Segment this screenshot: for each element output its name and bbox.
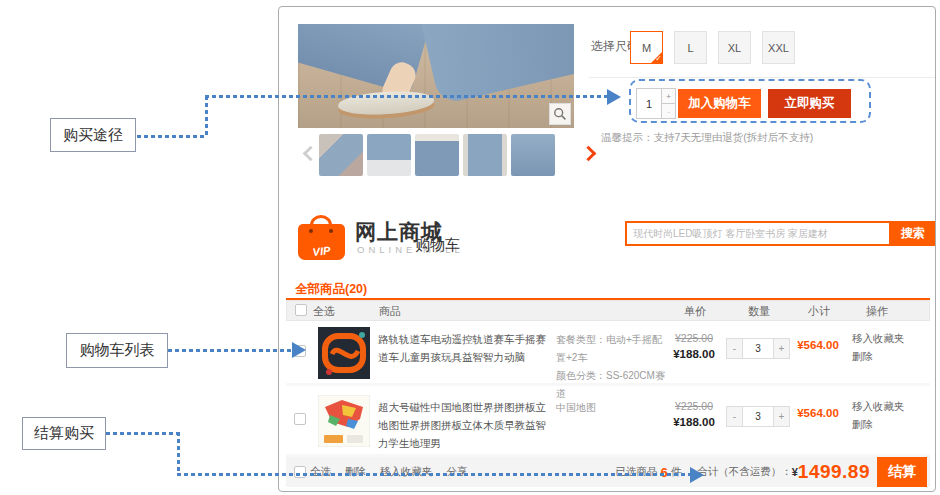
move-to-favorites-link[interactable]: 移入收藏夹 (852, 400, 905, 414)
move-to-favorites-link[interactable]: 移入收藏夹 (852, 332, 905, 346)
purchase-path-line (205, 96, 208, 138)
size-option-l[interactable]: L (674, 31, 707, 64)
gallery-thumbnail-3[interactable] (415, 134, 459, 176)
callout-cart-list: 购物车列表 (66, 333, 168, 368)
magnifier-icon[interactable] (549, 103, 571, 125)
footer-share-link[interactable]: 分享 (447, 465, 468, 479)
product-title: 路轨轨道车电动遥控轨道赛车手摇赛道车儿童男孩玩具益智智力动脑 (378, 331, 554, 367)
cart-row-2: 超大号磁性中国地图世界拼图拼板立地图世界拼图拼板立体木质早教益智力学生地理男 中… (286, 389, 930, 457)
callout-checkout: 结算购买 (22, 417, 106, 450)
product-specs: 中国地图 (556, 399, 668, 417)
footer-move-to-favorites-link[interactable]: 移入收藏夹 (380, 465, 433, 479)
header-quantity: 数量 (727, 304, 791, 319)
photo-denim-shape (418, 24, 574, 105)
page-title: 购物车 (415, 236, 460, 255)
quantity-decrease-button[interactable]: - (726, 338, 743, 359)
delete-link[interactable]: 删除 (852, 350, 873, 364)
callout-purchase-path-label: 购买途径 (63, 126, 123, 145)
header-subtotal: 小计 (785, 304, 853, 319)
quantity-value[interactable]: 3 (743, 338, 773, 359)
quantity-stepper: 1 + - (636, 88, 676, 119)
original-price: ¥225.00 (660, 400, 728, 412)
checkout-line (177, 432, 180, 476)
quantity-decrease-button[interactable]: - (662, 104, 676, 119)
header-actions: 操作 (845, 304, 909, 319)
quantity-increase-button[interactable]: + (662, 88, 676, 104)
callout-cart-list-label: 购物车列表 (80, 341, 155, 360)
checkout-line (177, 473, 690, 476)
product-image-china-map[interactable] (318, 395, 370, 447)
footer-select-all-link[interactable]: 全选 (310, 465, 331, 479)
product-main-photo[interactable] (298, 24, 574, 128)
callout-checkout-label: 结算购买 (34, 424, 94, 443)
product-image-race-track[interactable] (318, 327, 370, 379)
checkout-line (106, 432, 180, 435)
main-panel: 选择尺码: M ✓ L XL XXL 1 + - 加入购 (278, 6, 936, 492)
return-policy-tip: 温馨提示：支持7天无理由退货(拆封后不支持) (601, 131, 813, 145)
cart-list-arrowhead-icon (292, 342, 306, 358)
gallery-thumbnail-5[interactable] (511, 134, 555, 176)
size-options: M ✓ L XL XXL (630, 31, 795, 64)
add-to-cart-button[interactable]: 加入购物车 (678, 89, 761, 118)
selected-count-unit: 件 (671, 465, 682, 479)
footer-delete-link[interactable]: 删除 (345, 465, 366, 479)
size-option-xl[interactable]: XL (718, 31, 751, 64)
selected-count-prefix: 已选商品 (615, 465, 657, 479)
gallery-thumbnail-1[interactable] (319, 134, 363, 176)
checkout-button[interactable]: 结算 (877, 457, 927, 487)
search-button[interactable]: 搜索 (891, 221, 935, 246)
purchase-path-arrowhead-icon (607, 89, 621, 105)
buy-now-button[interactable]: 立即购买 (768, 89, 851, 118)
gallery-thumbnail-2[interactable] (367, 134, 411, 176)
header-select-all: 全选 (313, 304, 335, 319)
total-amount: 1499.89 (798, 461, 870, 483)
purchase-path-line (137, 135, 207, 138)
row-quantity-stepper: - 3 + (726, 338, 790, 359)
vip-bag-logo-icon: VIP (298, 215, 345, 260)
current-price: ¥188.00 (660, 416, 728, 428)
row-quantity-stepper: - 3 + (726, 406, 790, 427)
total-label: 合计（不含运费）： (697, 465, 792, 479)
delete-link[interactable]: 删除 (852, 418, 873, 432)
current-price: ¥188.00 (660, 348, 728, 360)
select-all-checkbox[interactable] (295, 304, 307, 316)
divider (589, 77, 935, 78)
quantity-decrease-button[interactable]: - (726, 406, 743, 427)
header-unit-price: 单价 (661, 304, 729, 319)
gallery-thumbnail-4[interactable] (463, 134, 507, 176)
quantity-value[interactable]: 3 (743, 406, 773, 427)
row-subtotal: ¥564.00 (784, 339, 852, 351)
row-checkbox[interactable] (294, 413, 306, 425)
footer-summary: 已选商品 6 件 合计（不含运费）： ¥ 1499.89 (615, 457, 870, 487)
footer-select-all-checkbox[interactable] (294, 466, 306, 478)
cart-row-1: 路轨轨道车电动遥控轨道赛车手摇赛道车儿童男孩玩具益智智力动脑 套餐类型：电动+手… (286, 321, 930, 386)
photo-slipper-shape (337, 89, 434, 118)
search-input[interactable] (625, 221, 891, 246)
checkout-arrowhead-icon (690, 467, 704, 483)
vip-logo-text: VIP (298, 243, 346, 260)
selected-count: 6 (660, 465, 667, 480)
size-option-xxl[interactable]: XXL (762, 31, 795, 64)
gallery-prev-icon[interactable] (303, 146, 319, 162)
size-option-m[interactable]: M ✓ (630, 31, 663, 64)
tab-all-products[interactable]: 全部商品(20) (295, 281, 367, 298)
original-price: ¥225.00 (660, 332, 728, 344)
selected-check-icon: ✓ (650, 51, 663, 64)
row-subtotal: ¥564.00 (784, 407, 852, 419)
quantity-value[interactable]: 1 (636, 88, 662, 119)
cart-list-line (168, 349, 292, 352)
cart-table-header: 全选 商品 单价 数量 小计 操作 (286, 300, 930, 321)
cart-footer-bar: 全选 删除 移入收藏夹 分享 已选商品 6 件 合计（不含运费）： ¥ 1499… (286, 457, 930, 487)
footer-links: 全选 删除 移入收藏夹 分享 (310, 457, 468, 487)
header-product: 商品 (379, 304, 401, 319)
gallery-next-icon[interactable] (581, 146, 597, 162)
callout-purchase-path: 购买途径 (50, 118, 136, 152)
product-title: 超大号磁性中国地图世界拼图拼板立地图世界拼图拼板立体木质早教益智力学生地理男 (378, 399, 554, 453)
purchase-path-line (205, 95, 607, 98)
page: 购买途径 购物车列表 结算购买 选择尺码: (0, 0, 940, 495)
